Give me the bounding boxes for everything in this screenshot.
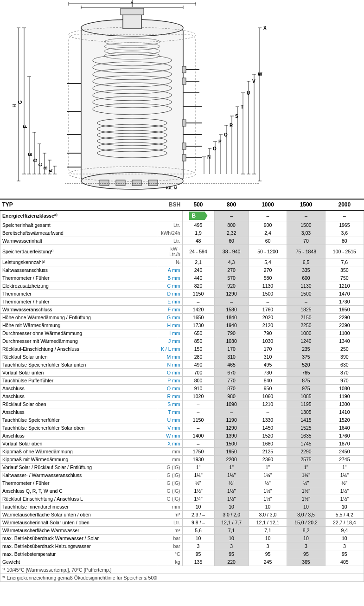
table-row: max. Betriebstemperatur °C 95 95 95 95 9… <box>0 550 364 558</box>
row-val-2000: 1870 <box>325 440 364 448</box>
row-val-1500: 335 <box>287 266 325 274</box>
row-val-1500: 2150 <box>287 314 325 322</box>
row-val-500: 135 <box>182 558 214 566</box>
row-val-800: 1190 <box>214 416 249 424</box>
row-val-1000: 1760 <box>249 306 287 314</box>
table-row: Warmwasserinhalt Ltr. 48 60 60 70 80 <box>0 237 364 245</box>
row-val-500: 1400 <box>182 432 214 440</box>
row-val-800: 1390 <box>214 432 249 440</box>
row-val-800: 38 - 940 <box>214 245 249 258</box>
row-label: Kippmaß mit Wärmedämmung <box>0 456 157 464</box>
row-val-800: 270 <box>214 266 249 274</box>
row-val-500: 650 <box>182 329 214 337</box>
row-label: Thermometer / Fühler <box>0 298 157 306</box>
row-val-2000: 2390 <box>325 322 364 329</box>
row-val-1000: 840 <box>249 377 287 385</box>
row-label: Thermometer <box>0 290 157 298</box>
row-val-1500: 600 <box>287 274 325 282</box>
row-val-1500: 520 <box>287 361 325 369</box>
row-val-2000: 1210 <box>325 282 364 290</box>
row-label: Tauchhülse Innendurchmesser <box>0 503 157 511</box>
row-val-800: 60 <box>214 237 249 245</box>
svg-text:A: A <box>48 169 53 172</box>
row-val-2000: 2745 <box>325 456 364 464</box>
row-unit: mm <box>157 456 182 464</box>
table-row: Thermometer / Fühler E mm – – – – 1730 <box>0 298 364 306</box>
col-header-500: 500 <box>182 200 214 210</box>
energy-unit <box>157 210 182 221</box>
row-val-2000: 10 <box>325 503 364 511</box>
row-val-500: 1¼" <box>182 471 214 479</box>
row-val-800: 920 <box>214 282 249 290</box>
row-val-2000: 1½" <box>325 495 364 503</box>
row-val-2000: 1965 <box>325 221 364 229</box>
svg-rect-42 <box>182 120 186 126</box>
row-label: Speicherdauerleistung¹⁾ <box>0 245 157 258</box>
row-val-500: – <box>182 400 214 408</box>
table-row: Kaltwasser- / Warmwasseranschluss G (IG)… <box>0 471 364 479</box>
row-val-1500: 235 <box>287 345 325 353</box>
row-val-500: 800 <box>182 377 214 385</box>
energy-badge: B <box>189 212 208 220</box>
row-val-500: ½" <box>182 479 214 487</box>
row-unit: G (IG) <box>157 464 182 471</box>
row-val-2000: 1470 <box>325 290 364 298</box>
row-val-1000: 245 <box>249 558 287 566</box>
row-val-800: 10 <box>214 535 249 542</box>
energy-val-800: – <box>214 210 249 221</box>
row-label: Anschluss <box>0 393 157 400</box>
svg-text:R: R <box>230 123 233 128</box>
row-val-1000: 95 <box>249 550 287 558</box>
row-val-1000: 5,4 <box>249 258 287 266</box>
row-unit: B mm <box>157 274 182 282</box>
row-unit: °C <box>157 550 182 558</box>
row-val-500: 1420 <box>182 306 214 314</box>
row-unit: Ltr. <box>157 237 182 245</box>
row-label: Thermometer / Fühler <box>0 479 157 487</box>
svg-rect-39 <box>121 8 144 15</box>
row-val-800: 170 <box>214 345 249 353</box>
table-row: Vorlauf Solar unten O mm 700 670 730 765… <box>0 369 364 377</box>
row-val-2000: 1520 <box>325 416 364 424</box>
row-val-1500: 1195 <box>287 400 325 408</box>
col-header-1000: 1000 <box>249 200 287 210</box>
table-row: Rücklauf-Einschichtung / Anschluss K / L… <box>0 345 364 353</box>
row-val-1000: 1¼" <box>249 471 287 479</box>
row-unit: Ltr. <box>157 221 182 229</box>
row-unit: A mm <box>157 266 182 274</box>
row-val-500: 2,3 / – <box>182 511 214 519</box>
row-val-2000: 1300 <box>325 400 364 408</box>
row-val-2000: 1" <box>325 464 364 471</box>
row-val-1500: 10 <box>287 535 325 542</box>
row-val-2000: 630 <box>325 361 364 369</box>
row-val-2000: 2450 <box>325 448 364 456</box>
row-val-2000: 1950 <box>325 306 364 314</box>
row-val-1000: 1450 <box>249 424 287 432</box>
table-row: Thermometer / Fühler B mm 440 570 580 60… <box>0 274 364 282</box>
row-val-800: 1500 <box>214 440 249 448</box>
row-val-500: 1650 <box>182 314 214 322</box>
row-val-1500: 1635 <box>287 432 325 440</box>
row-val-800: 870 <box>214 385 249 393</box>
row-val-1500: 1½" <box>287 495 325 503</box>
row-val-1500: 8,2 <box>287 527 325 535</box>
row-val-800: 4,3 <box>214 258 249 266</box>
row-val-2000: 1730 <box>325 298 364 306</box>
row-unit: Q mm <box>157 385 182 393</box>
svg-text:Q: Q <box>224 132 228 137</box>
table-row: Kippmaß mit Wärmedämmung mm 1930 2200 23… <box>0 456 364 464</box>
row-val-2000: ½" <box>325 479 364 487</box>
row-unit: C mm <box>157 282 182 290</box>
row-val-2000: 1640 <box>325 424 364 432</box>
row-label: Höhe mit Wärmedämmung <box>0 322 157 329</box>
table-row: Wärmetauscherfläche Solar unten / oben m… <box>0 511 364 519</box>
row-val-1000: 1500 <box>249 290 287 298</box>
row-val-1000: 950 <box>249 385 287 393</box>
table-row: Tauchhülse Innendurchmesser mm 10 10 10 … <box>0 503 364 511</box>
row-val-500: 48 <box>182 237 214 245</box>
row-val-1500: 70 <box>287 237 325 245</box>
row-val-800: ½" <box>214 479 249 487</box>
row-val-1500: 3,03 <box>287 229 325 237</box>
row-val-1000: 310 <box>249 353 287 361</box>
row-val-1000: 3,0 / 3,0 <box>249 511 287 519</box>
